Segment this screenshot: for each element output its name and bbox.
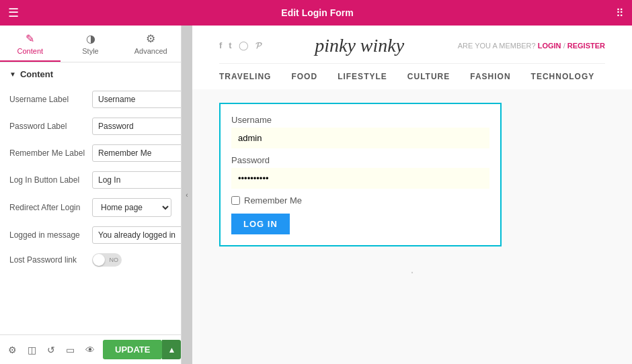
pinterest-icon[interactable]: 𝓟	[255, 40, 262, 51]
member-text: ARE YOU A MEMBER?	[458, 42, 536, 50]
advanced-tab-icon: ⚙	[146, 32, 155, 45]
remember-row: Remember Me	[231, 195, 489, 206]
hamburger-icon[interactable]: ☰	[8, 5, 19, 20]
site-logo: pinky winky	[315, 35, 404, 56]
logged-in-input[interactable]	[92, 226, 182, 244]
grid-icon[interactable]: ⠿	[616, 7, 624, 19]
layers-icon[interactable]: ◫	[25, 342, 39, 358]
member-links: ARE YOU A MEMBER? LOGIN / REGISTER	[458, 42, 605, 50]
password-label-row: Password Label	[0, 113, 181, 140]
site-header: f t ◯ 𝓟 pinky winky ARE YOU A MEMBER? LO…	[192, 26, 632, 89]
preview-icon[interactable]: 👁	[83, 342, 97, 358]
bottom-bar: ⚙ ◫ ↺ ▭ 👁 UPDATE ▲	[0, 334, 181, 364]
login-link[interactable]: LOGIN	[538, 42, 561, 50]
remember-me-input[interactable]	[92, 144, 182, 162]
password-label-label: Password Label	[9, 122, 87, 131]
logged-in-label: Logged in message	[9, 230, 87, 240]
lost-password-toggle[interactable]: NO	[92, 253, 122, 267]
nav-fashion[interactable]: FASHION	[470, 72, 510, 81]
login-button-label: Log In Button Label	[9, 175, 87, 185]
remember-me-preview-label: Remember Me	[244, 195, 302, 206]
twitter-icon[interactable]: t	[229, 40, 231, 51]
logged-in-row: Logged in message	[0, 222, 181, 248]
nav-technology[interactable]: TECHNOLOGY	[531, 72, 595, 81]
tab-bar: ✎ Content ◑ Style ⚙ Advanced	[0, 26, 181, 62]
register-link[interactable]: REGISTER	[567, 42, 605, 50]
collapse-panel-button[interactable]: ‹	[182, 26, 192, 364]
top-bar-title: Edit Login Form	[281, 7, 353, 18]
left-panel: ✎ Content ◑ Style ⚙ Advanced ▼ Content U…	[0, 26, 182, 364]
username-preview-input[interactable]	[231, 128, 489, 148]
nav-traveling[interactable]: TRAVELING	[219, 72, 271, 81]
login-preview-button[interactable]: LOG IN	[231, 214, 290, 234]
collapse-arrow-icon: ▼	[9, 71, 16, 78]
password-field-label: Password	[231, 155, 489, 165]
preview-panel: f t ◯ 𝓟 pinky winky ARE YOU A MEMBER? LO…	[192, 26, 632, 364]
username-label-row: Username Label	[0, 86, 181, 113]
username-label-label: Username Label	[9, 95, 87, 104]
history-icon[interactable]: ↺	[44, 342, 58, 358]
login-box: Username Password Remember Me LOG IN	[219, 103, 502, 246]
login-button-input[interactable]	[92, 171, 182, 189]
login-section: Username Password Remember Me LOG IN	[192, 89, 632, 260]
content-section-header[interactable]: ▼ Content	[0, 62, 181, 86]
style-tab-icon: ◑	[86, 32, 95, 45]
separator: /	[563, 42, 565, 50]
site-top-row: f t ◯ 𝓟 pinky winky ARE YOU A MEMBER? LO…	[219, 35, 605, 56]
instagram-icon[interactable]: ◯	[239, 40, 249, 51]
lost-password-label: Lost Password link	[9, 255, 87, 265]
redirect-row: Redirect After Login Home page Custom UR…	[0, 193, 181, 222]
tab-advanced[interactable]: ⚙ Advanced	[120, 26, 181, 62]
settings-icon[interactable]: ⚙	[5, 342, 19, 358]
nav-culture[interactable]: CULTURE	[407, 72, 450, 81]
login-button-row: Log In Button Label	[0, 167, 181, 193]
remember-me-row: Remember Me Label	[0, 140, 181, 167]
dot-indicator: ·	[192, 260, 632, 283]
facebook-icon[interactable]: f	[219, 40, 222, 51]
update-dropdown-button[interactable]: ▲	[162, 340, 181, 359]
content-tab-icon: ✎	[26, 32, 34, 45]
redirect-label: Redirect After Login	[9, 203, 87, 212]
social-icons: f t ◯ 𝓟	[219, 40, 262, 51]
tab-style[interactable]: ◑ Style	[61, 26, 121, 62]
redirect-select[interactable]: Home page Custom URL	[92, 198, 171, 217]
responsive-icon[interactable]: ▭	[63, 342, 77, 358]
remember-me-label: Remember Me Label	[9, 148, 87, 158]
remember-checkbox[interactable]	[231, 196, 240, 205]
top-bar: ☰ Edit Login Form ⠿	[0, 0, 632, 26]
username-field-label: Username	[231, 115, 489, 125]
lost-password-row: Lost Password link NO	[0, 248, 181, 271]
nav-lifestyle[interactable]: LIFESTYLE	[338, 72, 387, 81]
nav-food[interactable]: FOOD	[291, 72, 317, 81]
tab-content[interactable]: ✎ Content	[0, 26, 61, 62]
password-preview-input[interactable]	[231, 168, 489, 189]
username-label-input[interactable]	[92, 91, 182, 108]
toggle-knob	[93, 254, 105, 266]
update-group: UPDATE ▲	[103, 340, 181, 359]
toggle-label: NO	[110, 257, 119, 263]
password-label-input[interactable]	[92, 118, 182, 135]
update-button[interactable]: UPDATE	[103, 340, 162, 359]
site-nav: TRAVELING FOOD LIFESTYLE CULTURE FASHION…	[219, 63, 605, 89]
